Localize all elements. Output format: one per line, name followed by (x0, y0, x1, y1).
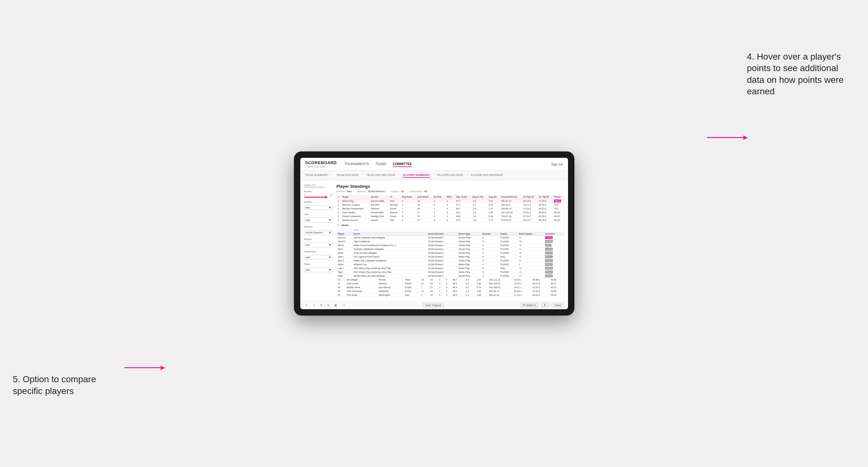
subnav-team-summary[interactable]: TEAM SUMMARY (305, 173, 329, 178)
event-detail-row[interactable]: Tiger SEC Stroke Play hosted by Jerry Pa… (337, 270, 564, 274)
table-row[interactable]: 4 Luke Clanton Florida State Second 5 27… (337, 211, 564, 215)
event-detail-row[interactable]: Jacob C UNCW Seahawk Intercollegiate NCA… (337, 236, 564, 240)
col-no-rds: No Rds. (432, 195, 445, 199)
col-adj-score: Adj. Score (455, 195, 471, 199)
share-btn[interactable]: Share (552, 303, 564, 308)
event-points-value: 16.50 (545, 259, 553, 262)
nav-left: SCOREBOARD Powered by clippi TOURNAMENTS… (305, 160, 412, 168)
lower-table-row[interactable]: 26 Petr Hruby Washington Fifth 1 23 0 0 … (337, 293, 564, 297)
standings-table: # Player School Yr Reg Rank Conf Rank No… (337, 195, 564, 222)
event-points-value: 73.23 (545, 248, 553, 251)
event-header-row-2: Player Event Event Division Event Type R… (337, 232, 564, 236)
lower-points: 38.49 (551, 294, 557, 296)
undo-btn[interactable]: ↩ (304, 303, 309, 307)
table-row[interactable]: 3 Michael Thorbjornsen Stanford Fourth 1… (337, 207, 564, 211)
col-reg-rank: Reg Rank (401, 195, 416, 199)
event-detail-row[interactable]: Marie Amer An Intercollegiate NCAA Divis… (337, 251, 564, 255)
event-detail-table: 7 Prest Player Event Event D (337, 228, 564, 278)
table-header-row: # Player School Yr Reg Rank Conf Rank No… (337, 195, 564, 199)
division-label: Division (304, 226, 333, 228)
event-detail-row[interactable]: Pitch Southern Highlands Collegiate NCAA… (337, 247, 564, 251)
event-detail-row[interactable]: Jake I The Cypress Point Classic NCAA Di… (337, 255, 564, 259)
subnav-player-h2h-grid[interactable]: PLAYER H2H GRID (438, 173, 463, 178)
subnav-player-h2h-heatmap[interactable]: PLAYER H2H HEATMAP (471, 173, 503, 178)
subnav-player-summary[interactable]: PLAYER SUMMARY (403, 173, 430, 178)
subnav-team-h2h-grid[interactable]: TEAM H2H GRID (336, 173, 359, 178)
arrow-hover-indicator (707, 137, 745, 138)
main-content: Update time: 27/01/2024 16:56:26 No Rds.… (300, 180, 568, 301)
event-points-value: 24.11 (545, 255, 553, 258)
event-points-value: 27.57 (545, 251, 553, 254)
table-row[interactable]: 6 Jackson Koivun Auburn First 2 27 5 2 6… (337, 218, 564, 222)
lower-table-row[interactable]: 22 Ian Gilligan Florida Third 10 24 1 0 … (337, 278, 564, 282)
event-detail-row[interactable]: Matti Mirobel Maui Jim Intercollegiate N… (337, 274, 564, 278)
col-vs50: Vs Top 50 (537, 195, 553, 199)
redo-btn[interactable]: ↪ (311, 303, 316, 307)
lower-points: 40.58 (551, 279, 557, 281)
col-overall-record: Overall Record (500, 195, 522, 199)
event-detail-row[interactable]: Alex C Fallen Oak Collegiate Invitationa… (337, 259, 564, 263)
panel-header: Player Standings Gender: Men Division: N… (337, 184, 564, 193)
col-rank: # (337, 195, 341, 199)
view-original-btn[interactable]: View: Original (422, 303, 444, 308)
event-detail-row[interactable]: Brenn Wake Forest Invitational at Pinehu… (337, 244, 564, 247)
app-logo: SCOREBOARD (305, 160, 337, 165)
gender-select[interactable]: Men (304, 205, 333, 210)
download-btn[interactable]: ⬇ (541, 303, 549, 308)
sidebar-division: Division NCAA Division I (304, 226, 333, 235)
settings-btn[interactable]: ⚙ (319, 303, 323, 307)
region-select[interactable]: N/A (304, 243, 333, 247)
event-detail-row[interactable]: Jacob C Tiger Invitational NCAA Division… (337, 240, 564, 244)
filter-conference: Conference: All (409, 190, 427, 193)
layout-btn[interactable]: ▦ (333, 303, 338, 307)
player-select[interactable]: (All) (304, 268, 333, 272)
points-value: 76.2 (554, 204, 558, 206)
nav-bar: SCOREBOARD Powered by clippi TOURNAMENTS… (300, 158, 568, 171)
nav-tournaments[interactable]: TOURNAMENTS (344, 162, 369, 167)
event-points-badge: 43.64 (545, 236, 553, 239)
col-avg-sg: Avg SG (487, 195, 500, 199)
panel-title: Player Standings (337, 184, 564, 189)
event-points-value: 53.60 (545, 240, 553, 243)
clock-btn[interactable]: 🕐 (341, 303, 346, 307)
sidebar-conference: Conference (All) (304, 251, 333, 260)
nav-teams[interactable]: TEAMS (375, 162, 386, 167)
toolbar-right: 👁 Watch ▾ ⬇ Share (520, 303, 564, 308)
table-row[interactable]: 1 Wenyi Ding Arizona State First 1 15 1 … (337, 199, 564, 203)
event-detail-row[interactable]: David Williams Cup NCAA Division I Match… (337, 263, 564, 267)
sidebar-gender: Gender Men (304, 201, 333, 210)
lower-table-row[interactable]: 24 Bastien Amat New Mexico Fourth 1 27 2… (337, 286, 564, 289)
player-label: Player (304, 263, 333, 265)
year-label: Year (304, 213, 333, 216)
toolbar-left: ↩ ↪ ⚙ ⧉ ▦ 🕐 (304, 303, 346, 308)
tablet-screen: SCOREBOARD Powered by clippi TOURNAMENTS… (300, 158, 568, 309)
nav-committee[interactable]: COMMITTEE (393, 162, 412, 167)
points-value: 60.49 (554, 215, 560, 217)
filter-row: Gender: Men Division: NCAA Division I Re… (337, 190, 564, 193)
update-time: Update time: 27/01/2024 16:56:26 (304, 184, 333, 188)
app-logo-sub: Powered by clippi (305, 165, 337, 168)
points-badge: 88.2 (554, 199, 561, 203)
col-wins: Wins (446, 195, 455, 199)
watch-btn[interactable]: 👁 Watch ▾ (520, 303, 538, 308)
col-conf-rank: Conf Rank (416, 195, 432, 199)
conference-select[interactable]: (All) (304, 255, 333, 260)
sign-out-link[interactable]: Sign out (551, 162, 563, 166)
subnav-team-h2h-heatmap[interactable]: TEAM H2H HEATMAP (366, 173, 395, 178)
expanded-player-label: # Niche... (337, 223, 564, 227)
event-detail-row[interactable]: Luke I SEC Match Play hosted by Jerry Pa… (337, 267, 564, 270)
table-row[interactable]: 5 Christo Lamprecht Georgia Tech Fourth … (337, 215, 564, 218)
filter-region: Region: All (391, 190, 404, 193)
annotation-compare: 5. Option to compare specific players (13, 374, 102, 397)
event-points-value: 56.18 (545, 271, 553, 274)
lower-table-row[interactable]: 25 Cole Sherwood Vanderbilt Fourth 12 23… (337, 289, 564, 293)
year-select[interactable]: (All) (304, 218, 333, 222)
eye-icon: 👁 (523, 304, 525, 307)
division-select[interactable]: NCAA Division I (304, 230, 333, 235)
lower-points: 39.95 (551, 290, 557, 292)
conference-label: Conference (304, 251, 333, 253)
copy-btn[interactable]: ⧉ (326, 303, 331, 308)
lower-table-row[interactable]: 23 Jack Lundin Missouri Fourth 11 24 0 0… (337, 282, 564, 286)
table-row[interactable]: 2 Michael La Sasso Ole Miss Second 1 18 … (337, 203, 564, 207)
lower-points: 40.27 (551, 282, 557, 285)
